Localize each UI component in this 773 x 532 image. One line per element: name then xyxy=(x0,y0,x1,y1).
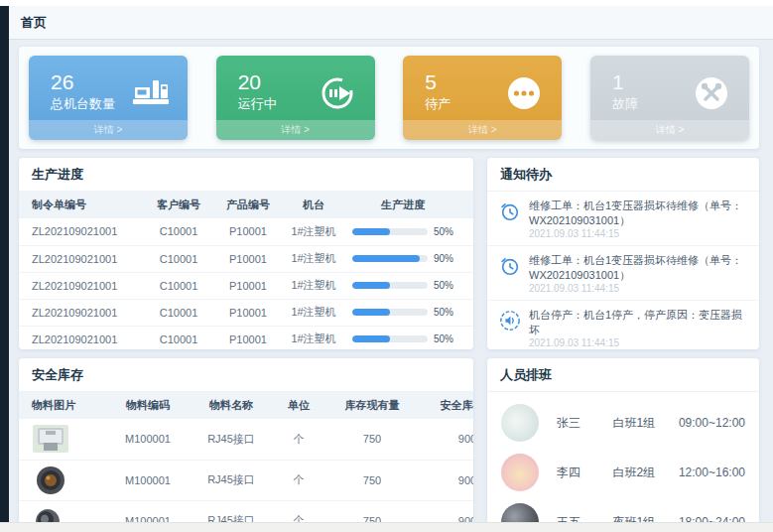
stat-card-running[interactable]: 20 运行中 详情 > xyxy=(216,56,375,140)
table-header-row: 制令单编号 客户编号 产品编号 机台 生产进度 交货日期 xyxy=(19,192,473,218)
progress-bar xyxy=(352,335,428,342)
detail-link[interactable]: 详情 > xyxy=(590,120,749,140)
order-no-cell: ZL202109021001 xyxy=(19,299,144,326)
speaker-icon xyxy=(499,310,521,332)
production-progress-panel: 生产进度 制令单编号 客户编号 产品编号 机台 生产进度 交货日期 ZL2021… xyxy=(19,158,473,349)
bottom-strip xyxy=(0,522,773,532)
date-cell: 2021-09-10 xyxy=(461,326,473,349)
material-code-cell: M100001 xyxy=(106,460,190,500)
customer-cell: C10001 xyxy=(144,245,213,272)
table-row: ZL202109021001 C10001 P10001 1#注塑机 50% 2… xyxy=(19,218,473,245)
stat-card-waiting[interactable]: 5 待产 详情 > xyxy=(403,56,562,140)
notification-item[interactable]: 机台停产：机台1停产，停产原因：变压器损坏 2021.09.03 11:44:1… xyxy=(487,301,759,349)
notification-item[interactable]: 维修工单：机台1变压器损坏待维修（单号：WX202109031001） 2021… xyxy=(487,246,759,301)
repair-tools-icon xyxy=(694,75,731,109)
stock-cell: 750 xyxy=(324,419,420,460)
safety-stock-cell: 900 xyxy=(420,460,473,500)
progress-cell: 50% xyxy=(344,299,461,326)
header-bar: 首页 xyxy=(9,6,773,40)
product-cell: P10001 xyxy=(213,299,283,326)
table-row: M100001 RJ45接口 个 750 900 xyxy=(19,460,473,500)
customer-cell: C10001 xyxy=(144,299,213,326)
material-image-cell xyxy=(19,460,106,500)
notification-item[interactable]: 维修工单：机台1变压器损坏待维修（单号：WX202109031001） 2021… xyxy=(487,192,759,246)
order-no-cell: ZL202109021001 xyxy=(19,218,144,245)
stat-value: 5 xyxy=(425,70,451,94)
notifications-panel: 通知待办 维修工单：机台1变压器损坏待维修（单号：WX202109031001）… xyxy=(487,158,759,349)
table-row: ZL202109021001 C10001 P10001 1#注塑机 50% 2… xyxy=(19,326,473,349)
clock-icon xyxy=(499,255,521,277)
column-header: 库存现有量 xyxy=(324,392,420,419)
detail-link[interactable]: 详情 > xyxy=(403,120,562,140)
shift-label: 白班1组 xyxy=(613,415,679,432)
column-header: 安全库存量 xyxy=(420,392,473,419)
clock-icon xyxy=(499,200,521,222)
schedule-row: 张三 白班1组 09:00~12:00 xyxy=(487,398,759,448)
main-content: 26 总机台数量 xyxy=(9,41,773,522)
stat-label: 故障 xyxy=(612,95,638,113)
stat-card-fault[interactable]: 1 故障 xyxy=(590,56,749,140)
detail-link[interactable]: 详情 > xyxy=(216,120,375,140)
column-header: 单位 xyxy=(273,392,324,419)
machine-cell: 1#注塑机 xyxy=(283,245,344,272)
shift-label: 白班2组 xyxy=(613,465,679,481)
page-title-tab[interactable]: 首页 xyxy=(21,14,47,32)
customer-cell: C10001 xyxy=(144,272,213,299)
column-header: 产品编号 xyxy=(213,192,283,218)
unit-cell: 个 xyxy=(273,419,324,460)
column-header: 物料图片 xyxy=(19,392,106,419)
running-cycle-icon xyxy=(320,75,357,109)
column-header: 机台 xyxy=(283,192,344,218)
safety-stock-cell: 900 xyxy=(420,419,473,460)
panel-title: 生产进度 xyxy=(19,158,473,192)
ellipsis-icon xyxy=(506,75,544,109)
date-cell: 2021-09-10 xyxy=(461,299,473,326)
progress-cell: 50% xyxy=(344,326,461,349)
avatar xyxy=(501,454,539,491)
column-header: 物料名称 xyxy=(190,392,273,419)
stat-card-total-machines[interactable]: 26 总机台数量 xyxy=(29,56,188,140)
machine-cell: 1#注塑机 xyxy=(283,326,344,349)
avatar xyxy=(501,404,539,442)
table-header-row: 物料图片 物料编码 物料名称 单位 库存现有量 安全库存量 xyxy=(19,392,473,419)
product-cell: P10001 xyxy=(213,326,283,349)
personnel-schedule-panel: 人员排班 张三 白班1组 09:00~12:00 李四 白班2组 12:00~1… xyxy=(487,358,759,532)
table-row: M100001 RJ45接口 个 750 900 xyxy=(19,419,473,460)
shift-time: 12:00~16:00 xyxy=(679,466,745,479)
progress-bar xyxy=(352,282,428,289)
round-speaker-photo xyxy=(32,465,69,496)
column-header: 交货日期 xyxy=(461,192,473,218)
stock-cell: 750 xyxy=(324,460,420,500)
date-cell: 2021-09-10 xyxy=(461,218,473,245)
column-header: 制令单编号 xyxy=(19,192,144,218)
material-code-cell: M100001 xyxy=(106,419,190,460)
table-row: ZL202109021001 C10001 P10001 1#注塑机 90% 2… xyxy=(19,245,473,272)
stat-cards-panel: 26 总机台数量 xyxy=(19,47,759,149)
progress-bar xyxy=(352,255,428,262)
panel-title: 人员排班 xyxy=(487,358,759,392)
progress-percent: 50% xyxy=(434,307,453,318)
date-cell: 2021-09-10 xyxy=(461,245,473,272)
progress-percent: 90% xyxy=(434,253,453,264)
notification-text: 维修工单：机台1变压器损坏待维修（单号：WX202109031001） xyxy=(529,199,747,227)
stat-value: 20 xyxy=(238,70,277,94)
schedule-row: 李四 白班2组 12:00~16:00 xyxy=(487,448,759,497)
progress-cell: 50% xyxy=(344,218,461,245)
column-header: 物料编码 xyxy=(106,392,190,419)
progress-cell: 50% xyxy=(344,272,461,299)
panel-title: 通知待办 xyxy=(487,158,759,192)
unit-cell: 个 xyxy=(273,460,324,500)
notification-text: 维修工单：机台1变压器损坏待维修（单号：WX202109031001） xyxy=(529,253,747,282)
customer-cell: C10001 xyxy=(144,326,213,349)
progress-percent: 50% xyxy=(434,333,453,344)
product-cell: P10001 xyxy=(213,218,283,245)
shift-time: 09:00~12:00 xyxy=(679,416,745,430)
person-name: 李四 xyxy=(557,465,613,481)
stat-value: 26 xyxy=(51,70,115,94)
material-image-cell xyxy=(19,419,106,460)
progress-cell: 90% xyxy=(344,245,461,272)
detail-link[interactable]: 详情 > xyxy=(29,120,188,140)
sidebar-edge xyxy=(0,6,9,522)
order-no-cell: ZL202109021001 xyxy=(19,245,144,272)
order-no-cell: ZL202109021001 xyxy=(19,272,144,299)
